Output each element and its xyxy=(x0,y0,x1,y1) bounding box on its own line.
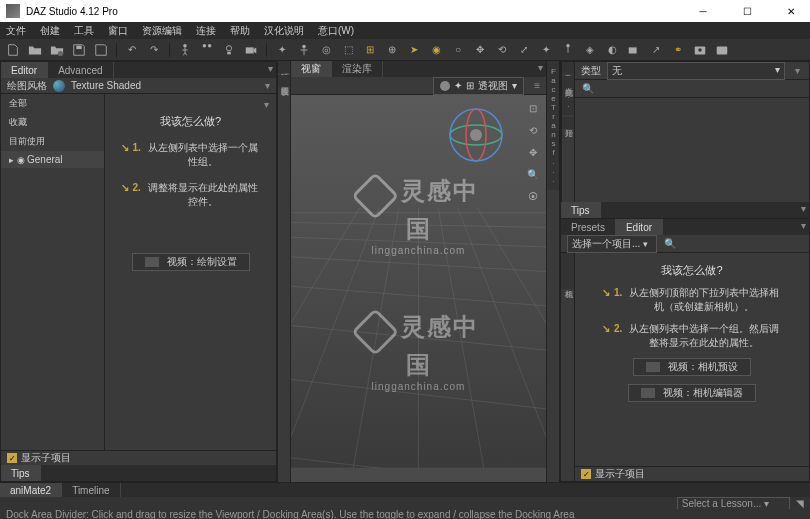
search-icon[interactable]: 🔍 xyxy=(581,82,595,96)
viewport-options-icon[interactable]: ≡ xyxy=(534,80,540,91)
shading-dropdown-icon[interactable]: ▾ xyxy=(265,80,270,91)
type-select[interactable]: 无 ▾ xyxy=(607,62,785,80)
rail-insert[interactable]: 在此插... xyxy=(562,76,574,115)
open-recent-icon[interactable] xyxy=(48,41,66,59)
light-icon[interactable] xyxy=(220,41,238,59)
mid-right-rail: FaceTransf... xyxy=(546,61,560,482)
viewport-3d[interactable]: ⊡ ⟲ ✥ 🔍 ⦿ 灵感中国lingganchina.com 灵感中国lingg… xyxy=(291,95,546,482)
link-icon[interactable]: ⚭ xyxy=(669,41,687,59)
nav-all[interactable]: 全部 xyxy=(1,94,104,113)
save-as-icon[interactable] xyxy=(92,41,110,59)
shading-mode[interactable]: Texture Shaded xyxy=(71,80,259,91)
vp-frame-icon[interactable]: ⊡ xyxy=(524,99,542,117)
export-icon[interactable]: ↗ xyxy=(647,41,665,59)
tab-presets[interactable]: Presets xyxy=(561,219,616,235)
lesson-select[interactable]: Select a Lesson... ▾ xyxy=(677,497,790,510)
new-file-icon[interactable] xyxy=(4,41,22,59)
redo-icon[interactable]: ↷ xyxy=(145,41,163,59)
nav-favorites[interactable]: 收藏 xyxy=(1,113,104,132)
tab-animate2[interactable]: aniMate2 xyxy=(0,483,62,497)
tab-editor-right[interactable]: Editor xyxy=(616,219,663,235)
minimize-button[interactable]: ─ xyxy=(690,6,716,17)
right-show-children-checkbox[interactable]: ✓ xyxy=(581,469,591,479)
menu-window2[interactable]: 意口(W) xyxy=(318,24,354,38)
right-editor-options-icon[interactable]: ▾ xyxy=(797,219,809,231)
close-button[interactable]: ✕ xyxy=(778,6,804,17)
menu-file[interactable]: 文件 xyxy=(6,24,26,38)
rail-environment[interactable]: 环境 xyxy=(278,61,290,73)
rail-params[interactable]: 参数 xyxy=(562,62,574,74)
tab-tips-right[interactable]: Tips xyxy=(561,202,601,218)
select-icon[interactable]: ⬚ xyxy=(339,41,357,59)
tab-editor[interactable]: Editor xyxy=(1,62,48,78)
open-icon[interactable] xyxy=(26,41,44,59)
render-camera-icon[interactable] xyxy=(625,41,643,59)
svg-point-3 xyxy=(203,43,207,47)
rail-draw-settings[interactable]: 绘图设置 xyxy=(278,75,290,87)
rail-lights[interactable]: 灯光 xyxy=(561,265,574,277)
puppet-icon[interactable] xyxy=(295,41,313,59)
pointer-icon[interactable]: ➤ xyxy=(405,41,423,59)
video-camera-editor-button[interactable]: 视频：相机编辑器 xyxy=(628,384,756,402)
pose-icon[interactable] xyxy=(198,41,216,59)
vp-zoom-icon[interactable]: 🔍 xyxy=(524,165,542,183)
rotate-icon[interactable]: ⟲ xyxy=(493,41,511,59)
rail-surface[interactable]: 曲面 xyxy=(561,253,574,265)
video-camera-preset-button[interactable]: 视频：相机预设 xyxy=(633,358,751,376)
video-draw-settings-button[interactable]: 视频：绘制设置 xyxy=(132,253,250,271)
maximize-button[interactable]: ☐ xyxy=(734,6,760,17)
menu-localization[interactable]: 汉化说明 xyxy=(264,24,304,38)
tab-advanced[interactable]: Advanced xyxy=(48,62,113,78)
snapshot-icon[interactable] xyxy=(691,41,709,59)
globe-icon[interactable]: ◎ xyxy=(317,41,335,59)
rail-facetransfer[interactable]: FaceTransf... xyxy=(547,61,559,190)
nav-general[interactable]: ▸ ◉ General xyxy=(1,151,104,168)
move-icon[interactable]: ✥ xyxy=(471,41,489,59)
menu-resources[interactable]: 资源编辑 xyxy=(142,24,182,38)
video-icon xyxy=(641,388,655,398)
menu-help[interactable]: 帮助 xyxy=(230,24,250,38)
camera-add-icon[interactable] xyxy=(242,41,260,59)
menu-create[interactable]: 创建 xyxy=(40,24,60,38)
universal-icon[interactable]: ✦ xyxy=(537,41,555,59)
camera-selector[interactable]: ✦ ⊞ 透视图 ▾ xyxy=(433,77,524,95)
right-tips-options-icon[interactable]: ▾ xyxy=(797,202,809,214)
lesson-toggle-icon[interactable]: ◥ xyxy=(796,498,804,509)
menu-connect[interactable]: 连接 xyxy=(196,24,216,38)
tab-render-library[interactable]: 渲染库 xyxy=(332,61,383,77)
vp-orbit-icon[interactable]: ⟲ xyxy=(524,121,542,139)
circle-tool-icon[interactable]: ○ xyxy=(449,41,467,59)
tab-viewport[interactable]: 视窗 xyxy=(291,61,332,77)
nav-recent[interactable]: 目前使用 xyxy=(1,132,104,151)
save-icon[interactable] xyxy=(70,41,88,59)
spot-icon[interactable]: ◐ xyxy=(603,41,621,59)
tab-timeline[interactable]: Timeline xyxy=(62,483,120,497)
menu-window[interactable]: 窗口 xyxy=(108,24,128,38)
left-content-options-icon[interactable]: ▾ xyxy=(260,98,272,110)
tab-tips-left[interactable]: Tips xyxy=(1,465,41,481)
show-children-checkbox[interactable]: ✓ xyxy=(7,453,17,463)
pose-tool-icon[interactable] xyxy=(559,41,577,59)
left-pane-options-icon[interactable]: ▾ xyxy=(264,62,276,74)
lasso-icon[interactable]: ◉ xyxy=(427,41,445,59)
viewport-pane-options-icon[interactable]: ▾ xyxy=(534,61,546,73)
render-icon[interactable] xyxy=(713,41,731,59)
target-icon[interactable]: ⊕ xyxy=(383,41,401,59)
undo-icon[interactable]: ↶ xyxy=(123,41,141,59)
project-select[interactable]: 选择一个项目... ▾ xyxy=(567,235,657,253)
view-gizmo[interactable] xyxy=(446,105,506,165)
search-icon-right[interactable]: 🔍 xyxy=(663,237,677,251)
scale-icon[interactable]: ⤢ xyxy=(515,41,533,59)
vp-reset-icon[interactable]: ⦿ xyxy=(524,187,542,205)
vp-pan-icon[interactable]: ✥ xyxy=(524,143,542,161)
right-top-options-icon[interactable]: ▾ xyxy=(791,65,803,77)
svg-rect-12 xyxy=(717,46,728,54)
surface-icon[interactable]: ◈ xyxy=(581,41,599,59)
rail-start[interactable]: 开始 xyxy=(562,117,574,129)
grid-icon[interactable]: ⊞ xyxy=(361,41,379,59)
menu-tools[interactable]: 工具 xyxy=(74,24,94,38)
magic-icon[interactable]: ✦ xyxy=(273,41,291,59)
rail-camera[interactable]: 相机 xyxy=(561,277,574,289)
show-children-label: 显示子项目 xyxy=(21,451,71,465)
figure-icon[interactable] xyxy=(176,41,194,59)
